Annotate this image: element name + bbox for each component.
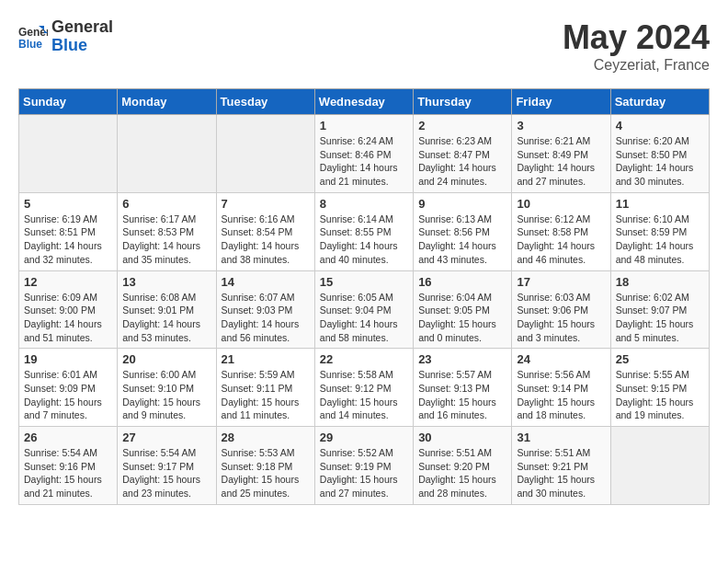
cell-info: Sunrise: 6:09 AM Sunset: 9:00 PM Dayligh…	[24, 291, 112, 345]
day-number: 13	[122, 275, 210, 289]
day-number: 23	[418, 352, 506, 366]
day-number: 1	[320, 119, 408, 132]
calendar-cell: 19Sunrise: 6:01 AM Sunset: 9:09 PM Dayli…	[19, 349, 118, 427]
cell-info: Sunrise: 6:02 AM Sunset: 9:07 PM Dayligh…	[616, 291, 704, 345]
calendar-cell: 8Sunrise: 6:14 AM Sunset: 8:55 PM Daylig…	[314, 192, 413, 270]
day-number: 8	[320, 197, 408, 211]
calendar-cell: 1Sunrise: 6:24 AM Sunset: 8:46 PM Daylig…	[314, 115, 413, 193]
calendar-cell: 2Sunrise: 6:23 AM Sunset: 8:47 PM Daylig…	[414, 115, 512, 193]
calendar-cell: 17Sunrise: 6:03 AM Sunset: 9:06 PM Dayli…	[512, 270, 610, 349]
day-number: 25	[616, 352, 704, 366]
calendar-cell: 6Sunrise: 6:17 AM Sunset: 8:53 PM Daylig…	[118, 192, 216, 270]
cell-info: Sunrise: 6:07 AM Sunset: 9:03 PM Dayligh…	[222, 291, 310, 345]
calendar-cell: 30Sunrise: 5:51 AM Sunset: 9:20 PM Dayli…	[414, 427, 512, 505]
calendar-cell: 3Sunrise: 6:21 AM Sunset: 8:49 PM Daylig…	[512, 115, 610, 193]
cell-info: Sunrise: 6:24 AM Sunset: 8:46 PM Dayligh…	[320, 134, 408, 189]
calendar-cell: 9Sunrise: 6:13 AM Sunset: 8:56 PM Daylig…	[414, 192, 512, 270]
day-number: 27	[122, 431, 210, 444]
day-header-wednesday: Wednesday	[314, 89, 413, 115]
cell-info: Sunrise: 6:21 AM Sunset: 8:49 PM Dayligh…	[517, 134, 605, 189]
calendar-cell: 18Sunrise: 6:02 AM Sunset: 9:07 PM Dayli…	[610, 270, 709, 349]
cell-info: Sunrise: 6:12 AM Sunset: 8:58 PM Dayligh…	[517, 213, 605, 267]
cell-info: Sunrise: 5:54 AM Sunset: 9:17 PM Dayligh…	[122, 446, 210, 500]
day-number: 6	[122, 197, 210, 211]
day-number: 20	[122, 352, 210, 366]
calendar-cell: 26Sunrise: 5:54 AM Sunset: 9:16 PM Dayli…	[19, 427, 118, 505]
month-year-title: May 2024	[563, 18, 710, 57]
calendar-cell: 4Sunrise: 6:20 AM Sunset: 8:50 PM Daylig…	[610, 115, 709, 193]
day-number: 3	[517, 119, 605, 132]
calendar-cell: 28Sunrise: 5:53 AM Sunset: 9:18 PM Dayli…	[216, 427, 314, 505]
day-number: 21	[222, 352, 310, 366]
location-subtitle: Ceyzeriat, France	[563, 57, 710, 74]
day-number: 24	[517, 352, 605, 366]
day-number: 29	[320, 431, 408, 444]
calendar-cell	[19, 115, 118, 193]
calendar-cell: 21Sunrise: 5:59 AM Sunset: 9:11 PM Dayli…	[216, 349, 314, 427]
day-number: 22	[320, 352, 408, 366]
calendar-cell	[216, 115, 314, 193]
cell-info: Sunrise: 5:53 AM Sunset: 9:18 PM Dayligh…	[222, 446, 310, 500]
logo: General Blue GeneralBlue	[18, 18, 113, 55]
day-number: 2	[418, 119, 506, 132]
cell-info: Sunrise: 5:51 AM Sunset: 9:21 PM Dayligh…	[517, 446, 605, 500]
day-header-friday: Friday	[512, 89, 610, 115]
day-header-thursday: Thursday	[414, 89, 512, 115]
day-number: 16	[418, 275, 506, 289]
cell-info: Sunrise: 6:20 AM Sunset: 8:50 PM Dayligh…	[616, 134, 704, 189]
cell-info: Sunrise: 6:00 AM Sunset: 9:10 PM Dayligh…	[122, 368, 210, 422]
day-header-sunday: Sunday	[19, 89, 118, 115]
calendar-cell: 5Sunrise: 6:19 AM Sunset: 8:51 PM Daylig…	[19, 192, 118, 270]
day-number: 5	[24, 197, 112, 211]
calendar-cell: 24Sunrise: 5:56 AM Sunset: 9:14 PM Dayli…	[512, 349, 610, 427]
day-number: 14	[222, 275, 310, 289]
page-header: General Blue GeneralBlue May 2024 Ceyzer…	[18, 18, 710, 74]
cell-info: Sunrise: 5:55 AM Sunset: 9:15 PM Dayligh…	[616, 368, 704, 422]
calendar-cell: 29Sunrise: 5:52 AM Sunset: 9:19 PM Dayli…	[314, 427, 413, 505]
week-row-1: 1Sunrise: 6:24 AM Sunset: 8:46 PM Daylig…	[19, 115, 710, 193]
logo-text: GeneralBlue	[51, 18, 113, 55]
calendar-table: SundayMondayTuesdayWednesdayThursdayFrid…	[18, 88, 710, 505]
calendar-cell: 27Sunrise: 5:54 AM Sunset: 9:17 PM Dayli…	[118, 427, 216, 505]
calendar-cell: 7Sunrise: 6:16 AM Sunset: 8:54 PM Daylig…	[216, 192, 314, 270]
day-header-monday: Monday	[118, 89, 216, 115]
calendar-cell: 25Sunrise: 5:55 AM Sunset: 9:15 PM Dayli…	[610, 349, 709, 427]
logo-icon: General Blue	[18, 24, 48, 50]
day-number: 17	[517, 275, 605, 289]
calendar-header: SundayMondayTuesdayWednesdayThursdayFrid…	[19, 89, 710, 115]
day-number: 10	[517, 197, 605, 211]
cell-info: Sunrise: 5:52 AM Sunset: 9:19 PM Dayligh…	[320, 446, 408, 500]
cell-info: Sunrise: 6:23 AM Sunset: 8:47 PM Dayligh…	[418, 134, 506, 189]
calendar-cell: 12Sunrise: 6:09 AM Sunset: 9:00 PM Dayli…	[19, 270, 118, 349]
day-header-tuesday: Tuesday	[216, 89, 314, 115]
day-number: 7	[222, 197, 310, 211]
calendar-cell: 10Sunrise: 6:12 AM Sunset: 8:58 PM Dayli…	[512, 192, 610, 270]
day-number: 15	[320, 275, 408, 289]
header-row: SundayMondayTuesdayWednesdayThursdayFrid…	[19, 89, 710, 115]
calendar-cell: 16Sunrise: 6:04 AM Sunset: 9:05 PM Dayli…	[414, 270, 512, 349]
cell-info: Sunrise: 6:08 AM Sunset: 9:01 PM Dayligh…	[122, 291, 210, 345]
cell-info: Sunrise: 6:17 AM Sunset: 8:53 PM Dayligh…	[122, 213, 210, 267]
cell-info: Sunrise: 6:19 AM Sunset: 8:51 PM Dayligh…	[24, 213, 112, 267]
cell-info: Sunrise: 6:01 AM Sunset: 9:09 PM Dayligh…	[24, 368, 112, 422]
day-number: 31	[517, 431, 605, 444]
svg-text:Blue: Blue	[18, 38, 42, 50]
cell-info: Sunrise: 5:56 AM Sunset: 9:14 PM Dayligh…	[517, 368, 605, 422]
day-number: 30	[418, 431, 506, 444]
cell-info: Sunrise: 5:51 AM Sunset: 9:20 PM Dayligh…	[418, 446, 506, 500]
cell-info: Sunrise: 5:57 AM Sunset: 9:13 PM Dayligh…	[418, 368, 506, 422]
calendar-cell: 23Sunrise: 5:57 AM Sunset: 9:13 PM Dayli…	[414, 349, 512, 427]
week-row-5: 26Sunrise: 5:54 AM Sunset: 9:16 PM Dayli…	[19, 427, 710, 505]
calendar-cell: 22Sunrise: 5:58 AM Sunset: 9:12 PM Dayli…	[314, 349, 413, 427]
cell-info: Sunrise: 6:13 AM Sunset: 8:56 PM Dayligh…	[418, 213, 506, 267]
week-row-2: 5Sunrise: 6:19 AM Sunset: 8:51 PM Daylig…	[19, 192, 710, 270]
day-number: 11	[616, 197, 704, 211]
day-number: 4	[616, 119, 704, 132]
day-number: 12	[24, 275, 112, 289]
day-number: 28	[222, 431, 310, 444]
calendar-cell: 13Sunrise: 6:08 AM Sunset: 9:01 PM Dayli…	[118, 270, 216, 349]
cell-info: Sunrise: 6:14 AM Sunset: 8:55 PM Dayligh…	[320, 213, 408, 267]
calendar-cell: 31Sunrise: 5:51 AM Sunset: 9:21 PM Dayli…	[512, 427, 610, 505]
cell-info: Sunrise: 5:58 AM Sunset: 9:12 PM Dayligh…	[320, 368, 408, 422]
cell-info: Sunrise: 5:54 AM Sunset: 9:16 PM Dayligh…	[24, 446, 112, 500]
